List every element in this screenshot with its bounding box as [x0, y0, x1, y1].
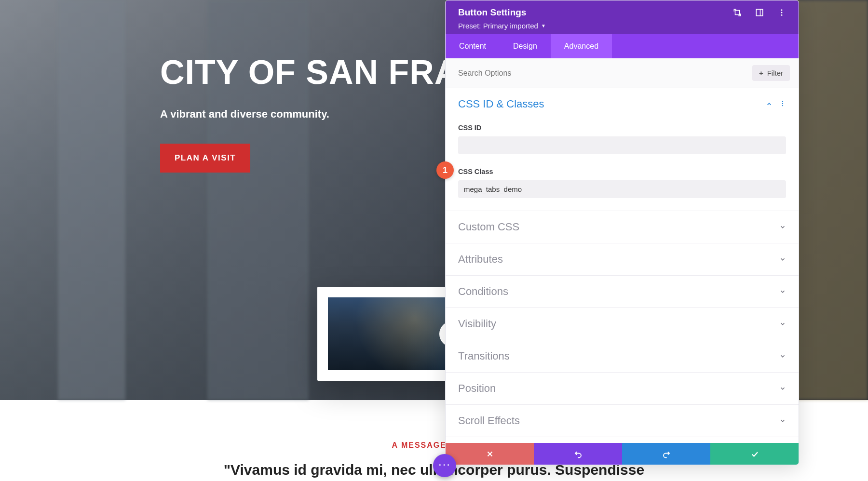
plus-icon: + [759, 69, 763, 77]
expand-icon[interactable] [733, 8, 742, 17]
search-row: + Filter [446, 58, 799, 88]
css-class-input[interactable] [458, 180, 786, 198]
filter-label: Filter [767, 69, 783, 77]
undo-button[interactable] [534, 443, 622, 465]
section-head-css-id-classes[interactable]: CSS ID & Classes [446, 88, 799, 120]
search-input[interactable] [458, 69, 752, 78]
panel-tabs: Content Design Advanced [446, 34, 799, 58]
section-title: CSS ID & Classes [458, 98, 544, 110]
preset-dropdown[interactable]: Preset: Primary imported ▼ [458, 22, 546, 30]
section-title: Position [458, 382, 496, 395]
annotation-number: 1 [443, 165, 448, 175]
panel-footer [446, 443, 799, 465]
section-position: Position [446, 373, 799, 405]
section-head-attributes[interactable]: Attributes [446, 243, 799, 275]
chevron-up-icon[interactable] [766, 101, 773, 107]
css-id-label: CSS ID [458, 124, 786, 132]
css-id-input[interactable] [458, 136, 786, 154]
svg-point-8 [782, 105, 783, 106]
section-head-custom-css[interactable]: Custom CSS [446, 211, 799, 243]
svg-point-6 [782, 101, 783, 102]
plan-a-visit-button[interactable]: PLAN A VISIT [160, 144, 250, 173]
section-head-visibility[interactable]: Visibility [446, 308, 799, 340]
cancel-button[interactable] [446, 443, 534, 465]
svg-point-5 [781, 14, 783, 16]
section-head-conditions[interactable]: Conditions [446, 276, 799, 307]
svg-rect-0 [735, 11, 740, 15]
chevron-down-icon[interactable] [779, 385, 786, 392]
panel-header[interactable]: Button Settings Preset: Primary imported… [446, 0, 799, 34]
section-custom-css: Custom CSS [446, 211, 799, 243]
section-head-position[interactable]: Position [446, 373, 799, 404]
more-icon[interactable] [777, 8, 786, 17]
tab-design[interactable]: Design [500, 34, 551, 58]
section-visibility: Visibility [446, 308, 799, 340]
save-button[interactable] [710, 443, 799, 465]
help-link[interactable]: ? Help [446, 437, 799, 443]
preset-label: Preset: Primary imported [458, 22, 538, 30]
svg-point-7 [782, 103, 783, 104]
section-body-css-id-classes: CSS ID CSS Class [446, 124, 799, 211]
section-more-icon[interactable] [779, 100, 786, 108]
section-conditions: Conditions [446, 276, 799, 308]
chevron-down-icon[interactable] [779, 288, 786, 295]
chevron-down-icon[interactable] [779, 321, 786, 327]
tab-advanced[interactable]: Advanced [551, 34, 612, 58]
panel-body: + Filter CSS ID & Classes [446, 58, 799, 443]
section-title: Custom CSS [458, 221, 519, 233]
svg-rect-1 [756, 9, 763, 16]
button-settings-panel: Button Settings Preset: Primary imported… [445, 0, 799, 465]
chevron-down-icon[interactable] [779, 256, 786, 263]
filter-button[interactable]: + Filter [752, 65, 790, 81]
section-title: Attributes [458, 253, 503, 266]
section-head-transitions[interactable]: Transitions [446, 340, 799, 372]
section-title: Visibility [458, 318, 496, 330]
annotation-badge-1: 1 [436, 161, 454, 179]
section-transitions: Transitions [446, 340, 799, 373]
tab-content[interactable]: Content [446, 34, 500, 58]
builder-fab[interactable]: ··· [433, 454, 456, 477]
ellipsis-icon: ··· [438, 457, 451, 471]
chevron-down-icon[interactable] [779, 224, 786, 230]
panel-title: Button Settings [458, 7, 526, 18]
section-title: Conditions [458, 285, 508, 298]
css-class-label: CSS Class [458, 168, 786, 175]
chevron-down-icon[interactable] [779, 353, 786, 360]
section-title: Transitions [458, 350, 510, 362]
section-scroll-effects: Scroll Effects [446, 405, 799, 437]
caret-down-icon: ▼ [541, 23, 546, 28]
svg-point-3 [781, 9, 783, 11]
svg-point-4 [781, 12, 783, 13]
section-css-id-classes: CSS ID & Classes CSS ID CSS Class [446, 88, 799, 211]
section-title: Scroll Effects [458, 414, 520, 427]
section-attributes: Attributes [446, 243, 799, 276]
chevron-down-icon[interactable] [779, 417, 786, 424]
redo-button[interactable] [622, 443, 710, 465]
section-head-scroll-effects[interactable]: Scroll Effects [446, 405, 799, 437]
panel-layout-icon[interactable] [755, 8, 764, 17]
